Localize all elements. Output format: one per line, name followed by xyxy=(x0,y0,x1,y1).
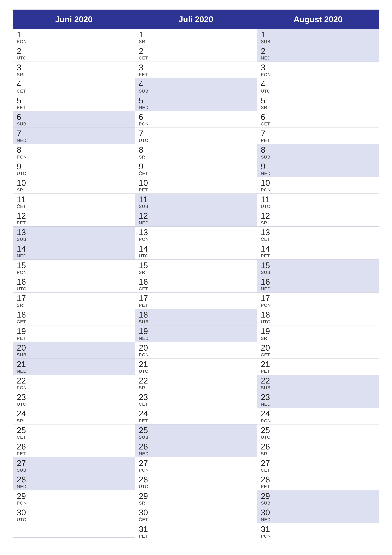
day-cell-m1-d12: 13PON xyxy=(135,226,257,243)
day-name-m0-d8: UTO xyxy=(17,171,131,176)
day-number-m0-d5: 6 xyxy=(17,112,131,122)
day-number-m0-d17: 18 xyxy=(17,310,131,319)
day-name-m0-d23: SRI xyxy=(17,418,131,423)
day-number-m1-d2: 3 xyxy=(139,63,253,72)
day-name-m2-d0: SUB xyxy=(261,39,375,44)
day-name-m1-d8: ČET xyxy=(139,171,253,176)
day-number-m2-d24: 25 xyxy=(261,426,375,435)
day-name-m1-d20: UTO xyxy=(139,369,253,374)
day-cell-m2-d0: 1SUB xyxy=(257,29,379,45)
day-cell-m2-d1: 2NED xyxy=(257,45,379,62)
day-name-m2-d29: NED xyxy=(261,517,375,522)
day-number-m1-d7: 8 xyxy=(139,145,253,154)
day-cell-m0-d0: 1PON xyxy=(13,29,135,45)
day-name-m2-d1: NED xyxy=(261,56,375,61)
day-cell-m1-d1: 2ČET xyxy=(135,45,257,62)
day-cell-m1-d23: 24PET xyxy=(135,408,257,424)
day-number-m2-d9: 10 xyxy=(261,178,375,188)
day-name-m1-d29: ČET xyxy=(139,517,253,522)
day-cell-m1-d21: 22SRI xyxy=(135,375,257,391)
day-cell-m2-d5: 6ČET xyxy=(257,111,379,128)
day-name-m2-d2: PON xyxy=(261,72,375,77)
day-number-m0-d19: 20 xyxy=(17,343,131,352)
day-name-m1-d1: ČET xyxy=(139,56,253,61)
day-cell-m0-d29: 30UTO xyxy=(13,507,135,523)
day-number-m2-d4: 5 xyxy=(261,96,375,105)
day-number-m1-d23: 24 xyxy=(139,409,253,418)
day-number-m2-d6: 7 xyxy=(261,129,375,138)
day-name-m2-d7: SUB xyxy=(261,154,375,160)
day-cell-m2-d8: 9NED xyxy=(257,161,379,177)
day-name-m0-d14: PON xyxy=(17,270,131,275)
day-cell-m1-d18: 19NED xyxy=(135,325,257,342)
day-number-m2-d12: 13 xyxy=(261,228,375,237)
day-name-m2-d26: ČET xyxy=(261,468,375,473)
day-cell-m1-d7: 8SRI xyxy=(135,144,257,161)
day-cell-m0-d16: 17SRI xyxy=(13,292,135,309)
month-header-1: Juli 2020 xyxy=(135,10,257,29)
day-cell-m2-d26: 27ČET xyxy=(257,457,379,474)
day-number-m1-d1: 2 xyxy=(139,46,253,56)
day-cell-m0-d3: 4ČET xyxy=(13,78,135,95)
day-number-m1-d25: 26 xyxy=(139,442,253,451)
day-number-m0-d6: 7 xyxy=(17,129,131,138)
day-number-m2-d14: 15 xyxy=(261,261,375,270)
day-number-m0-d4: 5 xyxy=(17,96,131,105)
day-name-m1-d30: PET xyxy=(139,534,253,539)
month-col-2: 1SUB2NED3PON4UTO5SRI6ČET7PET8SUB9NED10PO… xyxy=(257,29,379,554)
day-cell-m1-d31 xyxy=(135,540,257,554)
day-cell-m1-d8: 9ČET xyxy=(135,161,257,177)
day-name-m2-d4: SRI xyxy=(261,105,375,110)
day-number-m0-d8: 9 xyxy=(17,162,131,171)
day-cell-m1-d0: 1SRI xyxy=(135,29,257,45)
day-name-m1-d12: PON xyxy=(139,237,253,242)
day-cell-m0-d12: 13SUB xyxy=(13,226,135,243)
day-number-m2-d5: 6 xyxy=(261,112,375,122)
day-number-m0-d0: 1 xyxy=(17,30,131,39)
day-number-m2-d3: 4 xyxy=(261,80,375,89)
day-cell-m1-d11: 12NED xyxy=(135,210,257,226)
day-name-m1-d10: SUB xyxy=(139,204,253,209)
day-number-m2-d25: 26 xyxy=(261,442,375,451)
calendar-container: Juni 2020Juli 2020August 2020 1PON2UTO3S… xyxy=(13,9,379,555)
day-cell-m0-d26: 27SUB xyxy=(13,457,135,474)
day-number-m2-d26: 27 xyxy=(261,459,375,468)
day-name-m2-d30: PON xyxy=(261,534,375,539)
day-cell-m0-d6: 7NED xyxy=(13,128,135,144)
day-cell-m2-d10: 11UTO xyxy=(257,194,379,210)
day-name-m1-d6: UTO xyxy=(139,138,253,143)
day-cell-m1-d27: 28UTO xyxy=(135,474,257,490)
day-cell-m2-d17: 18UTO xyxy=(257,309,379,325)
day-number-m0-d3: 4 xyxy=(17,80,131,89)
day-number-m1-d3: 4 xyxy=(139,80,253,89)
day-cell-m0-d25: 26PET xyxy=(13,441,135,457)
day-number-m1-d30: 31 xyxy=(139,525,253,534)
day-cell-m2-d3: 4UTO xyxy=(257,78,379,95)
day-cell-m2-d31 xyxy=(257,540,379,554)
day-name-m0-d15: UTO xyxy=(17,286,131,292)
day-name-m0-d5: SUB xyxy=(17,122,131,127)
day-cell-m1-d13: 14UTO xyxy=(135,243,257,259)
day-cell-m0-d9: 10SRI xyxy=(13,177,135,194)
day-name-m1-d14: SRI xyxy=(139,270,253,275)
day-cell-m1-d2: 3PET xyxy=(135,62,257,78)
day-name-m1-d13: UTO xyxy=(139,254,253,258)
day-cell-m0-d18: 19PET xyxy=(13,325,135,342)
day-cell-m2-d18: 19SRI xyxy=(257,325,379,342)
day-name-m2-d24: UTO xyxy=(261,435,375,440)
day-number-m2-d8: 9 xyxy=(261,162,375,171)
day-number-m2-d27: 28 xyxy=(261,475,375,484)
day-name-m2-d8: NED xyxy=(261,171,375,176)
day-number-m1-d9: 10 xyxy=(139,178,253,188)
day-cell-m0-d20: 21NED xyxy=(13,358,135,375)
day-cell-m0-d31 xyxy=(13,538,135,552)
day-name-m0-d11: PET xyxy=(17,220,131,226)
day-cell-m2-d4: 5SRI xyxy=(257,95,379,111)
day-cell-m2-d11: 12SRI xyxy=(257,210,379,226)
day-number-m0-d14: 15 xyxy=(17,261,131,270)
day-name-m2-d23: PON xyxy=(261,418,375,423)
day-name-m0-d22: UTO xyxy=(17,402,131,407)
day-number-m1-d19: 20 xyxy=(139,343,253,352)
day-name-m1-d11: NED xyxy=(139,220,253,226)
day-name-m2-d3: UTO xyxy=(261,89,375,94)
